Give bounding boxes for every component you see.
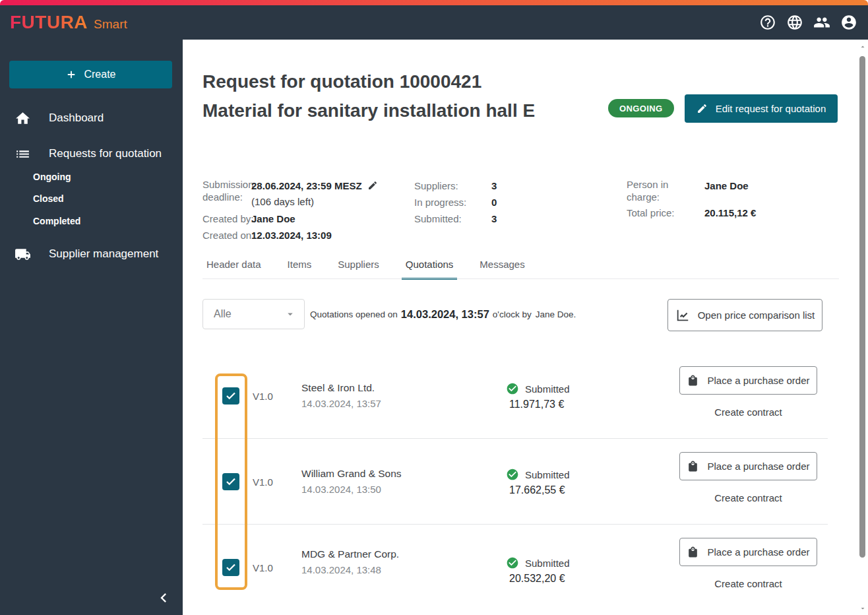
quotation-price: 17.662,55 € [509, 484, 570, 496]
main-content: Request for quotation 10000421 Material … [183, 40, 868, 615]
quotation-checkbox[interactable] [222, 473, 239, 490]
status-text: Submitted [525, 558, 570, 569]
quotation-row: V1.0 MDG & Partner Corp. 14.03.2024, 13:… [183, 525, 857, 610]
created-on-value: 12.03.2024, 13:09 [251, 229, 332, 242]
tab-bar: Header data Items Suppliers Quotations M… [202, 256, 547, 280]
edit-request-button[interactable]: Edit request for quotation [685, 94, 838, 123]
quotation-version: V1.0 [253, 562, 273, 573]
tab-suppliers[interactable]: Suppliers [334, 256, 383, 280]
home-icon [15, 110, 31, 127]
help-icon[interactable] [759, 14, 776, 31]
total-price-value: 20.115,12 € [704, 207, 756, 219]
days-left: (106 days left) [251, 195, 314, 208]
bag-icon [687, 546, 699, 558]
sidebar-item-label: Dashboard [49, 112, 104, 125]
users-icon[interactable] [813, 14, 830, 31]
check-circle-icon [506, 556, 519, 569]
quotation-row: V1.0 William Grand & Sons 14.03.2024, 13… [183, 439, 857, 525]
place-purchase-order-label: Place a purchase order [707, 461, 809, 472]
quotation-price: 11.971,73 € [509, 399, 570, 410]
sidebar-subitem-label: Completed [33, 216, 80, 226]
suppliers-count: 3 [491, 179, 497, 192]
globe-icon[interactable] [786, 14, 803, 31]
create-button[interactable]: Create [9, 61, 172, 88]
rfq-number-line: Request for quotation 10000421 [202, 67, 535, 96]
check-icon [225, 390, 237, 402]
submitted-label: Submitted: [414, 212, 462, 225]
row-actions: Place a purchase order Create contract [679, 452, 817, 504]
quotation-row: V1.0 Steel & Iron Ltd. 14.03.2024, 13:57… [183, 353, 857, 439]
pencil-icon [697, 103, 708, 114]
edit-deadline-icon[interactable] [367, 180, 378, 193]
tab-quotations[interactable]: Quotations [402, 256, 458, 280]
quotation-list: V1.0 Steel & Iron Ltd. 14.03.2024, 13:57… [183, 353, 857, 610]
quotation-filter-select[interactable]: Alle [202, 299, 305, 329]
place-purchase-order-button[interactable]: Place a purchase order [679, 538, 817, 566]
supplier-block: MDG & Partner Corp. 14.03.2024, 13:48 [301, 548, 399, 575]
created-on-label: Created on: [202, 229, 254, 242]
sidebar-collapse-button[interactable] [152, 586, 175, 610]
suppliers-label: Suppliers: [414, 179, 458, 192]
sidebar-subitem-label: Ongoing [33, 172, 71, 182]
bag-icon [687, 374, 699, 387]
scroll-up-arrow[interactable] [857, 41, 868, 52]
place-purchase-order-button[interactable]: Place a purchase order [679, 366, 817, 395]
quotation-checkbox[interactable] [222, 559, 239, 576]
total-price-label: Total price: [627, 207, 675, 219]
sidebar-subitem-closed[interactable]: Closed [33, 191, 64, 206]
supplier-block: Steel & Iron Ltd. 14.03.2024, 13:57 [301, 382, 381, 409]
open-price-comparison-button[interactable]: Open price comparison list [667, 299, 822, 331]
row-actions: Place a purchase order Create contract [679, 366, 817, 418]
sidebar: Create Dashboard Requests for quotation … [0, 40, 183, 615]
row-actions: Place a purchase order Create contract [679, 538, 817, 590]
quotation-price: 20.532,20 € [509, 573, 570, 585]
sidebar-item-dashboard[interactable]: Dashboard [0, 107, 183, 129]
filter-selected-value: Alle [214, 308, 232, 320]
place-purchase-order-label: Place a purchase order [707, 375, 809, 386]
supplier-date: 14.03.2024, 13:50 [301, 484, 402, 495]
supplier-name: Steel & Iron Ltd. [301, 382, 381, 394]
sidebar-subitem-completed[interactable]: Completed [33, 214, 80, 228]
vertical-scrollbar [857, 40, 868, 615]
create-button-label: Create [84, 69, 115, 81]
sidebar-item-requests-for-quotation[interactable]: Requests for quotation [0, 143, 183, 165]
created-by-value: Jane Doe [251, 212, 295, 225]
header-icons [759, 14, 857, 31]
place-purchase-order-label: Place a purchase order [707, 546, 809, 558]
tab-items[interactable]: Items [284, 256, 316, 280]
account-icon[interactable] [840, 14, 857, 31]
in-progress-count: 0 [491, 196, 497, 209]
open-price-comparison-label: Open price comparison list [698, 309, 815, 321]
create-contract-link[interactable]: Create contract [714, 406, 782, 418]
create-contract-link[interactable]: Create contract [714, 492, 782, 503]
quotation-version: V1.0 [253, 476, 273, 488]
tab-header-data[interactable]: Header data [202, 256, 265, 280]
created-by-label: Created by: [202, 212, 254, 225]
scrollbar-thumb[interactable] [859, 56, 865, 558]
tab-messages[interactable]: Messages [476, 256, 528, 280]
in-progress-label: In progress: [414, 196, 466, 209]
opened-by-name: Jane Doe. [536, 309, 576, 319]
check-circle-icon [506, 382, 519, 395]
supplier-block: William Grand & Sons 14.03.2024, 13:50 [301, 468, 402, 495]
status-text: Submitted [525, 383, 570, 395]
page-title: Request for quotation 10000421 Material … [202, 67, 535, 125]
scroll-down-arrow[interactable] [857, 602, 868, 614]
sidebar-item-label: Requests for quotation [49, 147, 162, 160]
quotation-checkbox[interactable] [222, 387, 239, 405]
chart-icon [675, 308, 690, 323]
top-gradient-bar [0, 0, 868, 5]
tab-divider [202, 278, 839, 279]
truck-icon [15, 246, 31, 263]
sidebar-subitem-ongoing[interactable]: Ongoing [33, 170, 71, 184]
person-in-charge-label: Person in charge: [627, 178, 687, 203]
quotation-version: V1.0 [253, 391, 273, 402]
status-block: Submitted 17.662,55 € [506, 468, 570, 496]
check-icon [225, 562, 237, 573]
create-contract-link[interactable]: Create contract [714, 578, 782, 589]
sidebar-item-label: Supplier management [49, 247, 158, 261]
bag-icon [687, 460, 699, 472]
sidebar-item-supplier-management[interactable]: Supplier management [0, 243, 183, 265]
quotations-opened-text: Quotations opened on 14.03.2024, 13:57 o… [310, 299, 576, 329]
place-purchase-order-button[interactable]: Place a purchase order [679, 452, 817, 480]
